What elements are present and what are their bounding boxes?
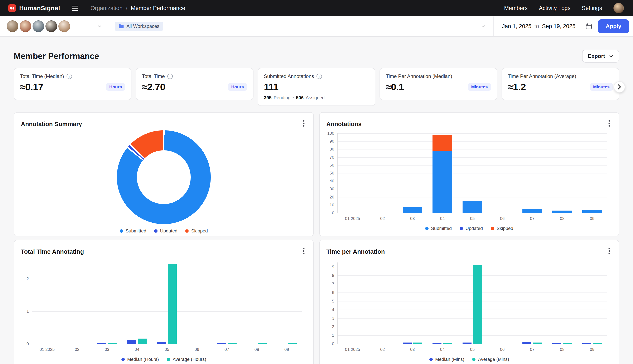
plot-area: 010203040506070809010001 202502030405060… <box>337 133 607 213</box>
annotations-chart: 010203040506070809010001 202502030405060… <box>326 133 612 231</box>
y-axis-label: 70 <box>330 155 338 160</box>
legend-item[interactable]: Median (Mins) <box>429 357 464 362</box>
bar[interactable] <box>433 343 441 344</box>
members-filter-select[interactable] <box>0 16 107 36</box>
legend-item[interactable]: Skipped <box>491 226 513 231</box>
bar[interactable] <box>138 338 147 344</box>
unit-badge: Minutes <box>468 83 491 91</box>
annotations-card: Annotations 010203040506070809010001 202… <box>319 112 619 236</box>
legend-item[interactable]: Skipped <box>185 228 208 234</box>
info-icon[interactable]: i <box>167 74 173 79</box>
legend-item[interactable]: Average (Mins) <box>472 357 509 362</box>
bar[interactable] <box>258 343 267 344</box>
x-axis-label: 06 <box>194 347 199 352</box>
info-icon[interactable]: i <box>316 74 322 79</box>
y-axis-label: 60 <box>330 162 338 168</box>
gridline <box>338 197 607 198</box>
gridline <box>32 311 302 312</box>
menu-icon[interactable] <box>70 4 80 12</box>
x-axis-label: 01 2025 <box>40 347 55 352</box>
bar[interactable] <box>288 343 297 344</box>
bar[interactable] <box>413 342 422 344</box>
apply-button[interactable]: Apply <box>598 20 629 33</box>
bar-segment[interactable] <box>522 209 542 213</box>
nav-activity-logs[interactable]: Activity Logs <box>539 5 571 12</box>
plot-area: 01201 20250203040506070809 <box>32 262 302 344</box>
y-axis-label: 40 <box>330 179 338 184</box>
chart-legend: SubmittedUpdatedSkipped <box>21 228 307 234</box>
bar[interactable] <box>157 342 166 344</box>
donut-chart[interactable] <box>117 130 211 224</box>
legend-item[interactable]: Submitted <box>425 226 452 231</box>
info-icon[interactable]: i <box>67 74 72 79</box>
legend-item[interactable]: Updated <box>460 226 483 231</box>
x-axis-label: 03 <box>410 216 415 221</box>
bar[interactable] <box>217 343 226 344</box>
gridline <box>32 344 302 344</box>
bar[interactable] <box>463 342 472 344</box>
kebab-menu-icon[interactable] <box>301 119 307 129</box>
nav-settings[interactable]: Settings <box>582 5 602 12</box>
bar[interactable] <box>593 343 602 344</box>
legend-item[interactable]: Updated <box>154 228 177 234</box>
bar[interactable] <box>473 266 482 344</box>
gridline <box>338 189 607 189</box>
bar-segment[interactable] <box>552 210 572 213</box>
chart-title: Annotation Summary <box>21 121 82 128</box>
bar[interactable] <box>443 343 452 344</box>
bar[interactable] <box>127 340 136 344</box>
bar[interactable] <box>168 264 177 344</box>
x-axis-label: 09 <box>284 347 289 352</box>
stat-card-time-per-annotation-median: Time Per Annotation (Median) ≈0.1 Minute… <box>380 68 497 100</box>
bar-segment[interactable] <box>582 210 602 213</box>
stat-label: Submitted Annotations <box>264 74 314 79</box>
kebab-menu-icon[interactable] <box>606 119 612 129</box>
gridline <box>338 284 607 284</box>
y-axis-label: 4 <box>332 307 338 312</box>
x-axis-label: 02 <box>380 347 385 352</box>
bar[interactable] <box>108 343 117 344</box>
calendar-icon[interactable] <box>585 23 592 30</box>
breadcrumb-organization[interactable]: Organization <box>91 5 122 12</box>
x-axis-label: 05 <box>470 347 475 352</box>
bar[interactable] <box>582 343 591 344</box>
bar-segment[interactable] <box>433 135 452 151</box>
humansignal-logo-icon[interactable] <box>8 4 16 12</box>
y-axis-label: 0 <box>332 342 338 346</box>
export-button[interactable]: Export <box>582 50 619 62</box>
legend-item[interactable]: Average (Hours) <box>167 357 206 362</box>
gridline <box>338 165 607 166</box>
nav-members[interactable]: Members <box>504 5 528 12</box>
bar[interactable] <box>533 342 542 344</box>
kebab-menu-icon[interactable] <box>606 247 612 257</box>
gridline <box>338 335 607 336</box>
stat-value: 111 <box>264 81 278 92</box>
legend-item[interactable]: Submitted <box>120 228 146 234</box>
gridline <box>338 149 607 150</box>
date-from[interactable]: Jan 1, 2025 <box>502 23 531 30</box>
gridline <box>338 292 607 293</box>
gridline <box>338 213 607 213</box>
bar[interactable] <box>97 343 106 344</box>
bar-segment[interactable] <box>463 201 482 213</box>
date-to[interactable]: Sep 19, 2025 <box>542 23 576 30</box>
workspace-chip[interactable]: All Workspaces <box>115 22 163 31</box>
carousel-next-button[interactable] <box>614 81 625 92</box>
kebab-menu-icon[interactable] <box>301 247 307 257</box>
legend-item[interactable]: Median (Hours) <box>121 357 159 362</box>
workspace-select[interactable]: All Workspaces <box>107 16 494 36</box>
bar[interactable] <box>228 343 237 344</box>
bar-segment[interactable] <box>433 151 452 213</box>
legend-dot <box>121 358 125 361</box>
bar[interactable] <box>403 342 412 344</box>
page-title: Member Performance <box>14 52 99 61</box>
x-axis-label: 08 <box>560 347 564 352</box>
bar[interactable] <box>522 342 531 344</box>
bar-segment[interactable] <box>403 207 423 213</box>
bar[interactable] <box>563 343 572 344</box>
user-avatar[interactable] <box>613 3 624 13</box>
member-avatar <box>58 20 70 32</box>
gridline <box>338 318 607 318</box>
bar[interactable] <box>552 343 561 344</box>
y-axis-label: 9 <box>332 264 338 269</box>
